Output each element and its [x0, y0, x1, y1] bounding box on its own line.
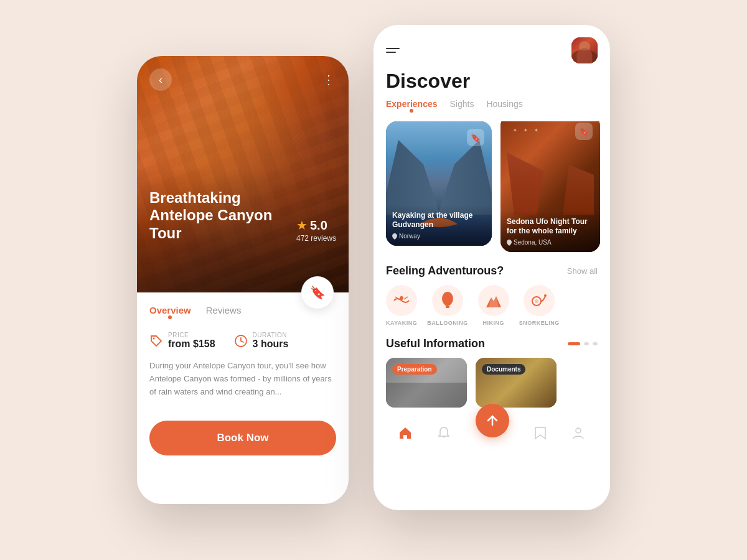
- ballooning-icon-circle: [432, 285, 463, 316]
- bookmark-nav-icon: [534, 426, 547, 440]
- tab-sights[interactable]: Sights: [450, 99, 474, 113]
- card-kayaking[interactable]: 🔖 Kayaking at the village Gudvangen Norw…: [386, 121, 492, 246]
- activity-ballooning[interactable]: BALLOONING: [427, 285, 468, 326]
- phones-container: ‹ ⋮ Breathtaking Antelope Canyon Tour ★ …: [137, 50, 610, 510]
- back-button[interactable]: ‹: [149, 68, 172, 91]
- page-title-section: Discover: [374, 70, 610, 99]
- snorkeling-svg-icon: [530, 292, 548, 309]
- right-header: [374, 25, 610, 70]
- avatar[interactable]: [571, 37, 598, 63]
- description-text: During your Antelope Canyon tour, you'll…: [149, 360, 336, 398]
- more-button[interactable]: ⋮: [322, 72, 336, 87]
- rating-value: 5.0: [310, 218, 327, 233]
- tab-experiences[interactable]: Experiences: [386, 99, 438, 113]
- price-value: from $158: [168, 338, 215, 350]
- svg-point-9: [544, 294, 547, 297]
- hero-title: Breathtaking Antelope Canyon Tour: [149, 189, 274, 243]
- kayaking-icon-circle: [386, 285, 417, 316]
- card-location-text-2: Sedona, USA: [514, 239, 552, 246]
- book-now-button[interactable]: Book Now: [149, 421, 336, 455]
- nav-saved[interactable]: [534, 426, 547, 440]
- left-nav-bar: ‹ ⋮: [137, 56, 349, 103]
- bookmark-icon: 🔖: [310, 285, 326, 300]
- useful-card-preparation[interactable]: Preparation: [386, 358, 467, 408]
- price-label: PRICE: [168, 332, 215, 338]
- page-title: Discover: [386, 70, 598, 93]
- fab-explore[interactable]: [476, 404, 509, 437]
- category-tabs: Experiences Sights Housings: [374, 99, 610, 121]
- nav-profile[interactable]: [571, 426, 585, 440]
- useful-title: Useful Information: [386, 337, 485, 350]
- duration-value: 3 hours: [253, 338, 289, 350]
- hiking-icon-circle: [478, 285, 509, 316]
- svg-point-2: [400, 296, 403, 300]
- hero-content: Breathtaking Antelope Canyon Tour ★ 5.0 …: [149, 189, 336, 243]
- svg-rect-4: [446, 306, 449, 308]
- ballooning-svg-icon: [439, 292, 456, 309]
- location-pin-icon-1: [392, 233, 397, 240]
- card-info-1: Kayaking at the village Gudvangen Norway: [386, 205, 492, 246]
- show-all-button[interactable]: Show all: [567, 266, 598, 276]
- detail-tabs: Overview Reviews: [149, 305, 336, 319]
- useful-indicator: [568, 342, 598, 345]
- useful-header: Useful Information: [374, 335, 610, 358]
- right-phone: Discover Experiences Sights Housings: [374, 25, 610, 510]
- info-row: PRICE from $158 DURATION 3 hours: [149, 332, 336, 350]
- tab-housings[interactable]: Housings: [486, 99, 522, 113]
- snorkeling-icon-circle: [524, 285, 555, 316]
- card-title-1: Kayaking at the village Gudvangen: [392, 211, 486, 230]
- price-info: PRICE from $158: [149, 332, 215, 350]
- activity-snorkeling[interactable]: SNORKELING: [519, 285, 560, 326]
- snorkeling-label: SNORKELING: [519, 320, 560, 326]
- duration-info: DURATION 3 hours: [234, 332, 289, 350]
- avatar-image: [571, 37, 598, 63]
- compass-icon: [486, 414, 499, 427]
- phone-content: 🔖 Overview Reviews PRICE: [137, 292, 349, 411]
- location-pin-icon-2: [507, 240, 512, 246]
- dot-inactive-2: [593, 342, 598, 345]
- tab-reviews[interactable]: Reviews: [206, 305, 242, 319]
- adventurous-header: Feeling Adventurous? Show all: [374, 262, 610, 285]
- card-bookmark-1[interactable]: 🔖: [467, 129, 484, 146]
- card-title-2: Sedona Ufo Night Tour for the whole fami…: [507, 217, 594, 236]
- tab-overview[interactable]: Overview: [149, 305, 191, 319]
- hamburger-menu[interactable]: [386, 48, 400, 53]
- hamburger-line-2: [386, 52, 396, 53]
- nav-notifications[interactable]: [437, 426, 451, 440]
- person-icon: [571, 426, 585, 440]
- useful-card-documents[interactable]: Documents: [476, 358, 557, 408]
- card-sedona[interactable]: ✦ ✦ ✦ 🔖 Sedona Ufo Night Tour for the wh…: [500, 121, 600, 252]
- card-info-2: Sedona Ufo Night Tour for the whole fami…: [500, 211, 600, 252]
- price-text-group: PRICE from $158: [168, 332, 215, 350]
- home-icon: [398, 426, 412, 440]
- ballooning-label: BALLOONING: [427, 320, 468, 326]
- kayaking-label: KAYAKING: [386, 320, 417, 326]
- hamburger-line-1: [386, 48, 400, 49]
- nav-home[interactable]: [398, 426, 412, 440]
- star-icon: ★: [296, 218, 308, 233]
- hero-rating: ★ 5.0 472 reviews: [296, 218, 336, 243]
- kayaking-svg-icon: [393, 292, 410, 309]
- bookmark-fab[interactable]: 🔖: [301, 276, 334, 309]
- activity-kayaking[interactable]: KAYAKING: [386, 285, 417, 326]
- rating-reviews: 472 reviews: [296, 234, 336, 243]
- activity-hiking[interactable]: HIKING: [478, 285, 509, 326]
- rating-stars: ★ 5.0: [296, 218, 336, 233]
- experience-cards: 🔖 Kayaking at the village Gudvangen Norw…: [374, 121, 610, 262]
- card-location-text-1: Norway: [399, 233, 420, 240]
- price-tag-icon: [149, 334, 163, 348]
- preparation-label: Preparation: [392, 364, 437, 375]
- card-location-2: Sedona, USA: [507, 239, 594, 246]
- card-location-1: Norway: [392, 233, 486, 240]
- avatar-body: [571, 50, 598, 63]
- card-bookmark-2[interactable]: 🔖: [575, 123, 593, 140]
- dot-active: [568, 342, 580, 345]
- duration-label: DURATION: [253, 332, 289, 338]
- bell-icon: [437, 426, 451, 440]
- dot-inactive-1: [584, 342, 589, 345]
- documents-label: Documents: [482, 364, 525, 375]
- hero-image: ‹ ⋮ Breathtaking Antelope Canyon Tour ★ …: [137, 56, 349, 292]
- bottom-nav: [374, 408, 610, 460]
- hiking-svg-icon: [485, 292, 502, 309]
- duration-text-group: DURATION 3 hours: [253, 332, 289, 350]
